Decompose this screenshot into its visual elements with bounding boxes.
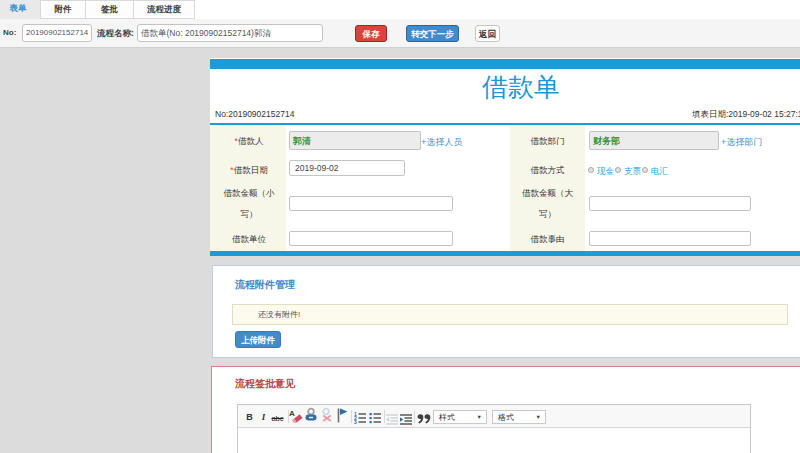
svg-text:3: 3 — [354, 419, 357, 424]
svg-text:A: A — [289, 409, 295, 418]
